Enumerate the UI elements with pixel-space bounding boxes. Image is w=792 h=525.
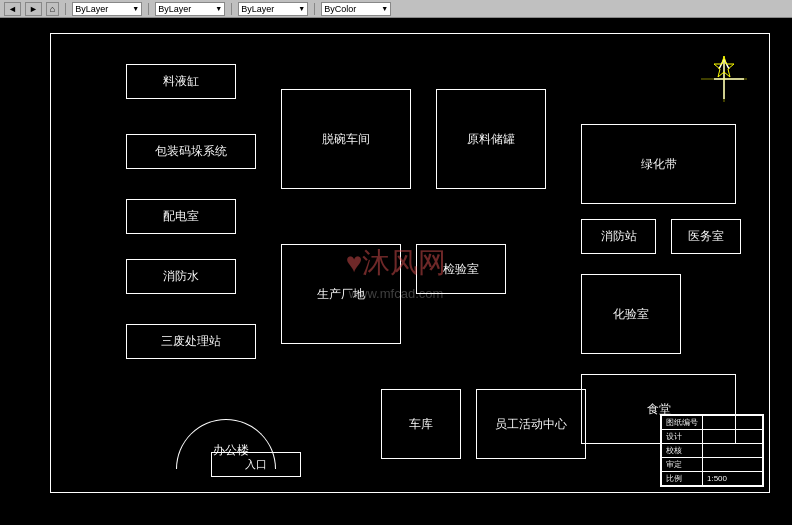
legend-cell: 图纸编号	[662, 416, 703, 430]
chevron-down-icon: ▼	[132, 5, 139, 12]
layer-dropdown-4[interactable]: ByColor ▼	[321, 2, 391, 16]
sep2	[148, 3, 149, 15]
legend-row: 设计	[662, 430, 763, 444]
cad-canvas[interactable]: 料液缸 包装码垛系统 配电室 消防水 三废处理站 脱碗车间 原料储罐 绿化带	[0, 18, 792, 525]
box-yiwushi: 医务室	[671, 219, 741, 254]
box-tuowan: 脱碗车间	[281, 89, 411, 189]
layer-dropdown-3[interactable]: ByLayer ▼	[238, 2, 308, 16]
layer-label-1: ByLayer	[75, 4, 108, 14]
box-peidianshi: 配电室	[126, 199, 236, 234]
legend-row: 校核	[662, 444, 763, 458]
box-baozhuang: 包装码垛系统	[126, 134, 256, 169]
nav-back-btn[interactable]: ◄	[4, 2, 21, 16]
chevron-down-icon-3: ▼	[298, 5, 305, 12]
layer-dropdown-2[interactable]: ByLayer ▼	[155, 2, 225, 16]
compass-icon	[699, 54, 749, 104]
legend-cell	[703, 444, 763, 458]
box-yuanliao: 原料储罐	[436, 89, 546, 189]
legend-row: 图纸编号	[662, 416, 763, 430]
sep4	[314, 3, 315, 15]
legend-cell	[703, 458, 763, 472]
sep1	[65, 3, 66, 15]
box-sanfei: 三废处理站	[126, 324, 256, 359]
box-shengchan: 生产厂地	[281, 244, 401, 344]
box-cheku: 车库	[381, 389, 461, 459]
chevron-down-icon-2: ▼	[215, 5, 222, 12]
box-rukou: 入口	[211, 452, 301, 477]
sep3	[231, 3, 232, 15]
box-xiaofangzhan: 消防站	[581, 219, 656, 254]
legend-cell: 设计	[662, 430, 703, 444]
legend-cell: 1:500	[703, 472, 763, 486]
toolbar: ◄ ► ⌂ ByLayer ▼ ByLayer ▼ ByLayer ▼ ByCo…	[0, 0, 792, 18]
box-xiaofangshui: 消防水	[126, 259, 236, 294]
legend-row: 比例 1:500	[662, 472, 763, 486]
chevron-down-icon-4: ▼	[381, 5, 388, 12]
legend-cell: 校核	[662, 444, 703, 458]
legend-cell: 比例	[662, 472, 703, 486]
legend-cell	[703, 430, 763, 444]
box-huayanshu: 化验室	[581, 274, 681, 354]
box-yuangong: 员工活动中心	[476, 389, 586, 459]
drawing-area: 料液缸 包装码垛系统 配电室 消防水 三废处理站 脱碗车间 原料储罐 绿化带	[50, 33, 770, 493]
legend-cell	[703, 416, 763, 430]
box-liaoyegang: 料液缸	[126, 64, 236, 99]
legend-row: 审定	[662, 458, 763, 472]
legend-cell: 审定	[662, 458, 703, 472]
nav-forward-btn[interactable]: ►	[25, 2, 42, 16]
layer-label-3: ByLayer	[241, 4, 274, 14]
box-jianyanshu: 检验室	[416, 244, 506, 294]
layer-label-2: ByLayer	[158, 4, 191, 14]
box-lühuadai: 绿化带	[581, 124, 736, 204]
layer-label-4: ByColor	[324, 4, 356, 14]
legend-table: 图纸编号 设计 校核 审定 比例 1:500	[660, 414, 764, 487]
layer-dropdown-1[interactable]: ByLayer ▼	[72, 2, 142, 16]
nav-home-btn[interactable]: ⌂	[46, 2, 59, 16]
